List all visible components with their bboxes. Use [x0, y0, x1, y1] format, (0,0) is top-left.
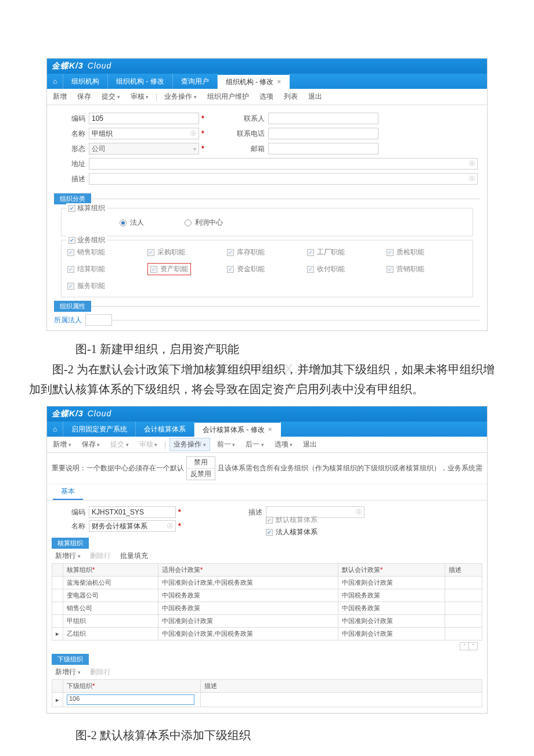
- lang-icon[interactable]: Ⓐ: [469, 160, 475, 168]
- next-button[interactable]: 后一: [242, 438, 268, 451]
- check-asset[interactable]: 资产职能: [147, 263, 228, 275]
- check-purchase[interactable]: 采购职能: [147, 247, 228, 257]
- new-button[interactable]: 新增: [49, 438, 75, 451]
- phone-input[interactable]: [268, 128, 378, 139]
- check-settle[interactable]: 结算职能: [67, 263, 147, 275]
- bizop-button[interactable]: 业务操作: [161, 91, 200, 103]
- suborg-input[interactable]: 106: [67, 694, 194, 705]
- submit-button[interactable]: 提交: [98, 91, 124, 103]
- exit-button[interactable]: 退出: [305, 91, 326, 103]
- bizop-button[interactable]: 业务操作: [169, 438, 210, 451]
- cell-desc[interactable]: [445, 628, 482, 640]
- cell-desc[interactable]: [445, 602, 482, 615]
- owner-input[interactable]: [85, 314, 112, 326]
- cell-org[interactable]: 销售公司: [63, 602, 158, 615]
- radio-profit-option[interactable]: 利润中心: [185, 218, 223, 228]
- cell-default[interactable]: 中国准则会计政策: [338, 615, 445, 628]
- close-icon[interactable]: ×: [268, 426, 272, 434]
- note-option-disable[interactable]: 禁用: [187, 457, 215, 469]
- fill-button[interactable]: 批量填充: [120, 551, 148, 561]
- acct-org-grid[interactable]: 核算组织* 适用会计政策* 默认会计政策* 描述 蓝海柴油机公司中国准则会计政策…: [52, 563, 482, 640]
- tab-org-list[interactable]: 组织机构: [63, 74, 108, 89]
- desc-input[interactable]: Ⓐ: [89, 173, 478, 185]
- check-pay[interactable]: 收付职能: [307, 263, 387, 275]
- cell-policy[interactable]: 中国税务政策: [158, 589, 338, 602]
- cell-policy[interactable]: 中国税务政策: [158, 602, 338, 615]
- form-select[interactable]: 公司 ▾: [89, 143, 199, 154]
- audit-button[interactable]: 审核: [136, 438, 161, 451]
- delrow-button[interactable]: 删除行: [90, 667, 111, 677]
- table-row[interactable]: ▸乙组织中国准则会计政策,中国税务政策中国准则会计政策: [52, 628, 482, 640]
- check-fund[interactable]: 资金职能: [227, 263, 307, 275]
- tab-acct-system[interactable]: 会计核算体系: [136, 422, 194, 437]
- lang-icon[interactable]: Ⓐ: [356, 508, 362, 516]
- close-icon[interactable]: ×: [277, 78, 281, 86]
- addrow-button[interactable]: 新增行: [55, 551, 81, 561]
- cell-org[interactable]: 甲组织: [63, 615, 158, 628]
- subdesc-cell[interactable]: [201, 693, 482, 707]
- new-button[interactable]: 新增: [49, 91, 70, 103]
- lang-icon[interactable]: Ⓐ: [167, 522, 173, 530]
- cell-desc[interactable]: [445, 577, 482, 589]
- name-input[interactable]: 财务会计核算体系 Ⓐ: [89, 520, 176, 532]
- col-default[interactable]: 默认会计政策*: [338, 564, 445, 577]
- home-tab[interactable]: ⌂: [47, 422, 63, 437]
- tab-acct-system-edit[interactable]: 会计核算体系 - 修改 ×: [194, 422, 281, 437]
- cell-default[interactable]: 中国税务政策: [338, 589, 445, 602]
- col-policy[interactable]: 适用会计政策*: [158, 564, 338, 577]
- tab-org-edit-1[interactable]: 组织机构 - 修改: [108, 74, 173, 89]
- table-row[interactable]: 销售公司中国税务政策中国税务政策: [52, 602, 482, 615]
- check-qc[interactable]: 质检职能: [387, 247, 467, 257]
- name-input[interactable]: 甲组织 Ⓐ: [89, 128, 199, 139]
- option-button[interactable]: 选项: [271, 438, 297, 451]
- contact-input[interactable]: [268, 113, 378, 124]
- col-org[interactable]: 核算组织*: [63, 564, 158, 577]
- tab-query-user[interactable]: 查询用户: [173, 74, 218, 89]
- radio-legal-option[interactable]: 法人: [120, 218, 144, 228]
- table-row[interactable]: ▸ 106: [52, 693, 482, 707]
- lang-icon[interactable]: Ⓐ: [469, 175, 475, 183]
- sub-org-grid[interactable]: 下级组织* 描述 ▸ 106: [52, 679, 482, 707]
- save-button[interactable]: 保存: [78, 438, 104, 451]
- addrow-button[interactable]: 新增行: [55, 667, 81, 677]
- cell-desc[interactable]: [445, 615, 482, 628]
- mail-input[interactable]: [268, 143, 378, 154]
- cell-policy[interactable]: 中国准则会计政策,中国税务政策: [158, 628, 338, 640]
- code-input[interactable]: 105: [89, 113, 199, 124]
- audit-button[interactable]: 审核: [127, 91, 153, 103]
- delrow-button[interactable]: 删除行: [90, 551, 111, 561]
- check-factory[interactable]: 工厂职能: [307, 247, 387, 257]
- code-input[interactable]: KJHSTX01_SYS: [89, 506, 176, 518]
- check-market[interactable]: 营销职能: [387, 263, 467, 275]
- cell-default[interactable]: 中国准则会计政策: [338, 577, 445, 589]
- cell-default[interactable]: 中国准则会计政策: [338, 628, 445, 640]
- tab-enable-fa[interactable]: 启用固定资产系统: [63, 422, 136, 437]
- lang-icon[interactable]: Ⓐ: [190, 129, 196, 138]
- cell-policy[interactable]: 中国准则会计政策: [158, 615, 338, 628]
- note-dropdown-panel[interactable]: 禁用 反禁用: [186, 456, 215, 480]
- list-button[interactable]: 列表: [280, 91, 301, 103]
- home-tab[interactable]: ⌂: [47, 74, 63, 89]
- subtab-basic[interactable]: 基本: [53, 484, 83, 500]
- table-row[interactable]: 变电器公司中国税务政策中国税务政策: [52, 589, 482, 602]
- check-sale[interactable]: 销售职能: [67, 247, 147, 257]
- tab-org-edit-active[interactable]: 组织机构 - 修改 ×: [218, 74, 290, 89]
- submit-button[interactable]: 提交: [107, 438, 132, 451]
- orguser-button[interactable]: 组织用户维护: [204, 91, 252, 103]
- cell-org[interactable]: 乙组织: [63, 628, 158, 640]
- cell-org[interactable]: 变电器公司: [63, 589, 158, 602]
- check-legal-system[interactable]: 法人核算体系: [266, 527, 317, 537]
- option-button[interactable]: 选项: [256, 91, 277, 103]
- col-desc[interactable]: 描述: [445, 564, 482, 577]
- cell-policy[interactable]: 中国准则会计政策,中国税务政策: [158, 577, 338, 589]
- check-default-system[interactable]: 默认核算体系: [266, 515, 317, 525]
- checkbox-business[interactable]: [68, 237, 75, 244]
- col-suborg[interactable]: 下级组织*: [63, 680, 201, 693]
- col-subdesc[interactable]: 描述: [201, 680, 482, 693]
- addr-input[interactable]: Ⓐ: [89, 158, 478, 170]
- exit-button[interactable]: 退出: [300, 438, 320, 451]
- nav-up-icon[interactable]: ˄: [460, 642, 469, 650]
- check-stock[interactable]: 库存职能: [227, 247, 307, 257]
- note-option-undisable[interactable]: 反禁用: [187, 469, 215, 480]
- cell-org[interactable]: 蓝海柴油机公司: [63, 577, 158, 589]
